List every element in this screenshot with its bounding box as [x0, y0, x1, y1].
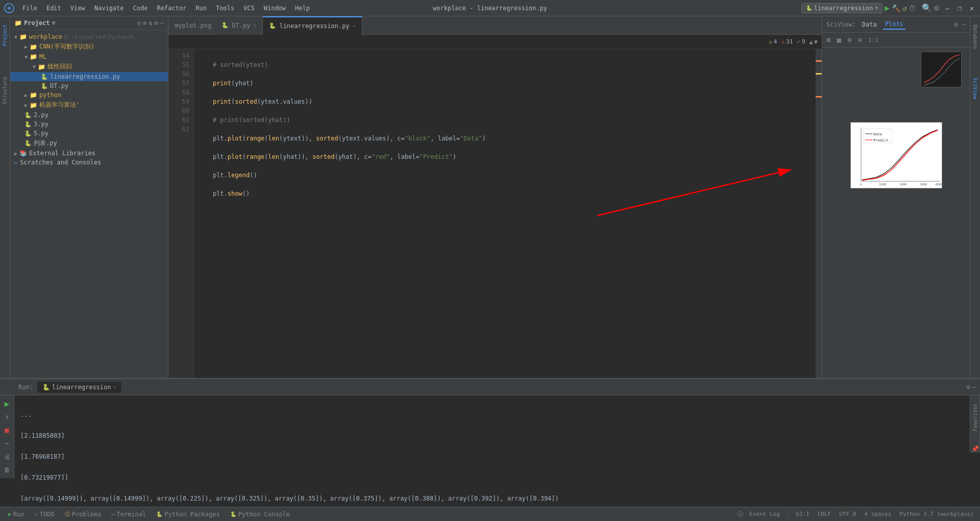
- external-libs-label: External Libraries: [29, 150, 95, 157]
- project-locate-icon[interactable]: ◎: [137, 19, 141, 27]
- bottom-tab-linearregression[interactable]: 🐍 linearregression ✕: [37, 382, 121, 393]
- warning-orange-count[interactable]: ⚠ 31: [781, 38, 793, 45]
- run-scroll-up[interactable]: ↑: [2, 412, 12, 422]
- sciview-settings-icon[interactable]: ⚙: [954, 21, 958, 28]
- tree-scratches[interactable]: ✏ Scratches and Consoles: [10, 158, 168, 167]
- run-config-selector[interactable]: 🐍 linearregression ▼: [801, 3, 883, 13]
- tree-external-libs[interactable]: ▶ 📚 External Libraries: [10, 149, 168, 158]
- minimize-button[interactable]: —: [943, 4, 951, 12]
- run-clear-icon[interactable]: 🗑: [2, 465, 12, 475]
- dt-tab-close[interactable]: ✕: [253, 22, 256, 28]
- menu-refactor[interactable]: Refactor: [153, 3, 190, 14]
- bottom-minimize-icon[interactable]: —: [972, 384, 976, 391]
- tab-linearregression[interactable]: 🐍 linearregression.py ✕: [263, 16, 362, 35]
- maximize-button[interactable]: ❐: [955, 4, 964, 12]
- sciview-tab-data[interactable]: Data: [860, 20, 879, 29]
- sidebar-item-project[interactable]: Project: [1, 20, 9, 50]
- tree-workspace[interactable]: ▼ 📁 workplace D:\Installed\Pycharm\: [10, 32, 168, 41]
- plot-thumbnail[interactable]: [921, 52, 962, 87]
- bottom-toolbar: ▶ ↑ ■ ↩ 🖨 🗑 ... [2.11885803] [1.76968187…: [0, 395, 980, 507]
- code-line-54: # sorted(ytext): [198, 60, 812, 69]
- tree-cnn[interactable]: ▶ 📁 CNN(手写数字识别): [10, 41, 168, 52]
- run-tab-python-packages[interactable]: 🐍 Python Packages: [152, 509, 224, 520]
- run-tab-python-console[interactable]: 🐍 Python Console: [226, 509, 294, 520]
- sciview-tab-plots[interactable]: Plots: [883, 19, 905, 30]
- menu-code[interactable]: Code: [129, 3, 152, 14]
- menu-file[interactable]: File: [18, 3, 41, 14]
- pin-icon[interactable]: 📌: [971, 445, 979, 453]
- sciview-close-icon[interactable]: —: [962, 21, 966, 28]
- project-collapse-icon[interactable]: ≡: [143, 19, 146, 27]
- warning-orange-num: 31: [786, 38, 793, 45]
- bottom-settings-icon[interactable]: ⚙: [967, 384, 970, 391]
- settings-button[interactable]: ⚙: [934, 3, 939, 13]
- status-python[interactable]: Python 3.7 (workplace): [897, 511, 976, 517]
- project-close-icon[interactable]: —: [160, 19, 164, 27]
- status-event-log[interactable]: Event Log: [747, 511, 782, 517]
- lr-tab-close[interactable]: ✕: [353, 23, 356, 29]
- ml-label: ML: [39, 53, 46, 60]
- sciview-zoom-in-icon[interactable]: ⊕: [845, 35, 853, 45]
- run-tab-run[interactable]: ▶ Run: [4, 509, 29, 520]
- warning-green-count[interactable]: ✓ 9: [797, 38, 805, 45]
- 3py-icon: 🐍: [24, 121, 32, 128]
- build-button[interactable]: 🔨: [892, 4, 900, 12]
- sidebar-database[interactable]: Database: [971, 20, 979, 53]
- run-tab-close[interactable]: ✕: [113, 384, 116, 390]
- favorites-label[interactable]: Favorites: [971, 399, 979, 435]
- menu-run[interactable]: Run: [191, 3, 211, 14]
- close-button[interactable]: ✕: [968, 4, 976, 12]
- sidebar-item-structure[interactable]: Structure: [1, 73, 9, 108]
- status-indent[interactable]: 4 spaces: [862, 511, 893, 517]
- run-stop-button[interactable]: ■: [2, 425, 12, 435]
- menu-window[interactable]: Window: [260, 3, 290, 14]
- search-button[interactable]: 🔍: [922, 3, 932, 13]
- lr-tab-label: linearregression.py: [279, 22, 349, 30]
- sciview-grid-icon[interactable]: ▦: [835, 35, 843, 45]
- sciview-title: SciView:: [826, 21, 856, 28]
- rerun-button[interactable]: ↺: [902, 4, 906, 12]
- plot-main[interactable]: Data Predict 0 1000 2000 3000 4000: [850, 122, 942, 188]
- run-tab-problems[interactable]: ⓘ Problems: [61, 509, 106, 520]
- status-charset[interactable]: UTF-8: [837, 511, 858, 517]
- listpy-icon: 🐍: [24, 140, 32, 147]
- run-wrap-icon[interactable]: ↩: [2, 438, 12, 448]
- menu-navigate[interactable]: Navigate: [90, 3, 128, 14]
- run-tab-todo[interactable]: ☐ TODO: [31, 509, 59, 520]
- run-tab-terminal[interactable]: ▭ Terminal: [107, 509, 150, 520]
- window-controls: — ❐ ✕: [943, 4, 976, 12]
- menu-vcs[interactable]: VCS: [239, 3, 259, 14]
- menu-view[interactable]: View: [66, 3, 89, 14]
- run-button[interactable]: ▶: [885, 3, 890, 13]
- sciview-zoom-out-icon[interactable]: ⊖: [855, 35, 864, 45]
- event-log-icon[interactable]: ⓘ: [738, 510, 743, 518]
- tree-linearregression[interactable]: 🐍 linearregression.py: [10, 72, 168, 81]
- tree-5py[interactable]: 🐍 5.py: [10, 129, 168, 138]
- tree-2py[interactable]: 🐍 2.py: [10, 110, 168, 120]
- tree-3py[interactable]: 🐍 3.py: [10, 120, 168, 129]
- project-dropdown-icon[interactable]: ▼: [52, 19, 56, 27]
- project-settings-icon[interactable]: ⚙: [155, 19, 158, 27]
- status-position[interactable]: 62:1: [794, 511, 812, 517]
- status-encoding[interactable]: CRLF: [816, 511, 834, 517]
- tree-linear[interactable]: ▼ 📁 线性回归: [10, 61, 168, 72]
- tree-ml[interactable]: ▼ 📁 ML: [10, 52, 168, 61]
- project-sort-icon[interactable]: ⇅: [149, 19, 152, 27]
- tree-dt[interactable]: 🐍 DT.py: [10, 81, 168, 90]
- warning-triangle-count[interactable]: ⚠ 4: [769, 38, 777, 45]
- tree-ml-algo[interactable]: ▶ 📁 机器学习算法': [10, 100, 168, 110]
- sciview-ratio-icon[interactable]: 1:1: [866, 36, 880, 44]
- sidebar-sciview[interactable]: SciView: [971, 74, 979, 103]
- menu-edit[interactable]: Edit: [42, 3, 65, 14]
- menu-help[interactable]: Help: [291, 3, 314, 14]
- tab-dt[interactable]: 🐍 DT.py ✕: [215, 16, 263, 35]
- run-print-icon[interactable]: 🖨: [2, 452, 12, 462]
- nav-down-arrow[interactable]: ▼: [814, 38, 818, 45]
- tree-python[interactable]: ▶ 📁 python: [10, 90, 168, 100]
- run-play-button[interactable]: ▶: [2, 398, 12, 409]
- menu-tools[interactable]: Tools: [212, 3, 238, 14]
- tree-listpy[interactable]: 🐍 列表.py: [10, 138, 168, 149]
- nav-up-arrow[interactable]: ▲: [810, 38, 813, 45]
- coverage-button[interactable]: ⏱: [909, 4, 916, 12]
- sciview-zoom-fit-icon[interactable]: ⊞: [824, 35, 832, 45]
